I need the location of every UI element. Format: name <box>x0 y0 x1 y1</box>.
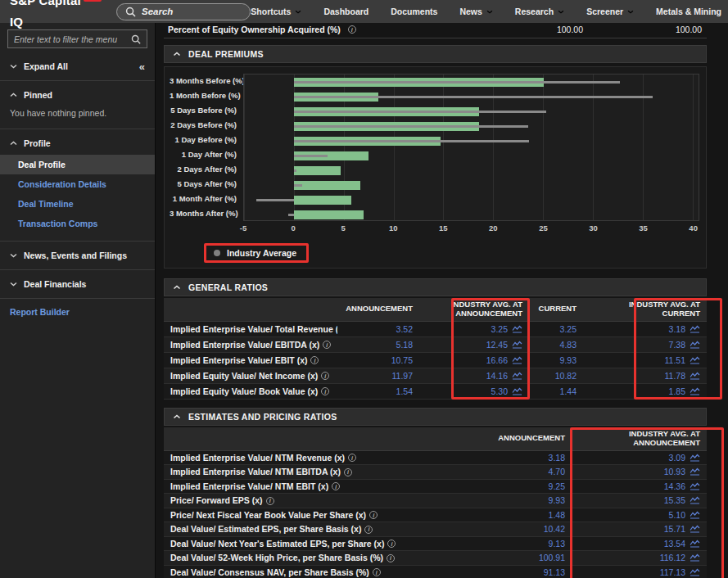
sidebar: Expand All « Pinned You have nothing pin… <box>0 23 156 578</box>
column-header-industry-avg-at-announcement[interactable]: INDUSTRY AVG. AT ANNOUNCEMENT <box>572 427 707 450</box>
chart-category-label: 1 Day After (%) <box>170 147 243 162</box>
table-row: Percent of Equity Ownership Acquired (%)… <box>164 23 707 38</box>
metric-value: 16.66 <box>419 352 529 368</box>
info-icon[interactable] <box>344 468 352 476</box>
chart-category-label: 1 Month Before (%) <box>170 88 243 103</box>
info-icon[interactable] <box>348 454 356 462</box>
chart-category-label: 3 Months Before (%) <box>170 74 243 88</box>
sparkline-chart-icon[interactable] <box>512 325 522 333</box>
nav-item-dashboard[interactable]: Dashboard <box>323 7 369 16</box>
column-header-blank[interactable] <box>164 298 337 321</box>
metric-value: 9.93 <box>529 352 583 368</box>
info-icon[interactable] <box>266 497 274 505</box>
chart-category-label: 5 Days After (%) <box>170 177 243 192</box>
info-icon[interactable] <box>348 25 356 34</box>
table-row: Deal Value/ 52-Week High Price, per Shar… <box>164 551 707 566</box>
sparkline-chart-icon[interactable] <box>690 553 700 562</box>
metric-value: 1.54 <box>337 383 419 399</box>
sidebar-item-deal-profile[interactable]: Deal Profile <box>0 155 155 174</box>
value-text: 16.66 <box>486 355 508 365</box>
metric-value: 4.83 <box>529 336 583 352</box>
industry-average-line-5-days-before <box>294 111 546 113</box>
section-header-deal-premiums[interactable]: DEAL PREMIUMS <box>164 45 707 63</box>
metric-label-text: Implied Enterprise Value/ Total Revenue … <box>170 324 337 334</box>
metric-label: Implied Equity Value/ Book Value (x) <box>164 383 337 399</box>
sidebar-section-profile[interactable]: Profile <box>0 132 155 155</box>
metric-label-text: Implied Equity Value/ Net Income (x) <box>170 371 318 381</box>
table-row: Implied Enterprise Value/ EBITDA (x)5.18… <box>164 336 707 352</box>
nav-item-metals-mining[interactable]: Metals & Mining <box>656 7 721 16</box>
nav-item-news[interactable]: News <box>459 7 492 16</box>
column-header-announcement[interactable]: ANNOUNCEMENT <box>473 427 572 450</box>
sparkline-chart-icon[interactable] <box>512 341 522 349</box>
column-header-announcement[interactable]: ANNOUNCEMENT <box>337 298 419 321</box>
sparkline-chart-icon[interactable] <box>512 387 522 395</box>
sidebar-section-news-events-filings[interactable]: News, Events and Filings <box>0 244 155 267</box>
nav-item-documents[interactable]: Documents <box>391 7 437 16</box>
sparkline-chart-icon[interactable] <box>690 356 700 364</box>
section-header-general-ratios[interactable]: GENERAL RATIOS <box>164 278 707 296</box>
menu-filter-input[interactable] <box>14 34 126 44</box>
table-row: Price/ Forward EPS (x)9.9315.35 <box>164 494 707 508</box>
sparkline-chart-icon[interactable] <box>690 482 700 490</box>
brand-logo[interactable]: S&P Capital IQ PRO <box>0 0 108 33</box>
sparkline-chart-icon[interactable] <box>690 325 700 333</box>
table-row: Implied Enterprise Value/ NTM Revenue (x… <box>164 450 707 465</box>
sparkline-chart-icon[interactable] <box>690 387 700 395</box>
info-icon[interactable] <box>321 387 329 395</box>
metric-label-text: Deal Value/ 52-Week High Price, per Shar… <box>170 553 383 562</box>
metric-label: Percent of Equity Ownership Acquired (%) <box>168 25 341 34</box>
sidebar-item-deal-timeline[interactable]: Deal Timeline <box>0 194 155 214</box>
sparkline-chart-icon[interactable] <box>690 540 700 548</box>
sparkline-chart-icon[interactable] <box>690 496 700 504</box>
chevron-up-icon <box>10 93 17 97</box>
industry-average-line-5-days-after <box>294 184 302 187</box>
nav-item-research[interactable]: Research <box>515 7 564 16</box>
chevron-up-icon <box>173 414 181 419</box>
sparkline-chart-icon[interactable] <box>512 356 522 364</box>
info-icon[interactable] <box>373 568 381 576</box>
column-header-blank[interactable] <box>164 427 473 450</box>
sparkline-chart-icon[interactable] <box>690 568 700 576</box>
value-text: 9.25 <box>549 481 565 491</box>
sparkline-chart-icon[interactable] <box>690 511 700 519</box>
expand-all-label: Expand All <box>24 61 68 71</box>
info-icon[interactable] <box>364 526 373 534</box>
sidebar-section-pinned[interactable]: Pinned <box>0 84 155 106</box>
sidebar-item-report-builder[interactable]: Report Builder <box>0 301 155 323</box>
expand-all-button[interactable]: Expand All « <box>0 55 155 78</box>
sparkline-chart-icon[interactable] <box>690 454 700 462</box>
sidebar-item-transaction-comps[interactable]: Transaction Comps <box>0 214 155 233</box>
collapse-sidebar-button[interactable]: « <box>139 61 145 73</box>
table-row: Implied Enterprise Value/ NTM EBITDA (x)… <box>164 465 707 480</box>
sparkline-chart-icon[interactable] <box>690 372 700 380</box>
info-icon[interactable] <box>321 372 329 380</box>
info-icon[interactable] <box>310 356 319 364</box>
sidebar-item-consideration-details[interactable]: Consideration Details <box>0 174 155 194</box>
sparkline-chart-icon[interactable] <box>690 467 700 476</box>
sidebar-section-deal-financials[interactable]: Deal Financials <box>0 273 155 296</box>
section-header-estimates-pricing-ratios[interactable]: ESTIMATES AND PRICING RATIOS <box>164 408 707 426</box>
info-icon[interactable] <box>387 554 395 562</box>
column-header-industry-avg-at-current[interactable]: INDUSTRY AVG. AT CURRENT <box>583 298 707 321</box>
info-icon[interactable] <box>369 511 378 519</box>
column-header-industry-avg-at-announcement[interactable]: INDUSTRY AVG. AT ANNOUNCEMENT <box>419 298 529 321</box>
metric-value: 5.18 <box>337 336 419 352</box>
nav-item-label: Documents <box>391 7 437 16</box>
brand-text: S&P Capital IQ <box>10 0 81 33</box>
nav-item-shortcuts[interactable]: Shortcuts <box>251 7 301 16</box>
section-label: News, Events and Filings <box>24 251 127 260</box>
metric-value: 3.18 <box>583 321 707 336</box>
value-text: 15.71 <box>664 524 685 534</box>
metric-value: 11.51 <box>583 352 707 368</box>
sparkline-chart-icon[interactable] <box>690 525 700 533</box>
nav-item-screener[interactable]: Screener <box>586 7 634 16</box>
sparkline-chart-icon[interactable] <box>690 341 700 349</box>
search-input[interactable] <box>142 7 242 16</box>
sparkline-chart-icon[interactable] <box>512 372 522 380</box>
global-search[interactable] <box>116 3 251 20</box>
info-icon[interactable] <box>387 540 396 548</box>
info-icon[interactable] <box>332 482 340 490</box>
column-header-current[interactable]: CURRENT <box>529 298 583 321</box>
info-icon[interactable] <box>323 341 331 349</box>
